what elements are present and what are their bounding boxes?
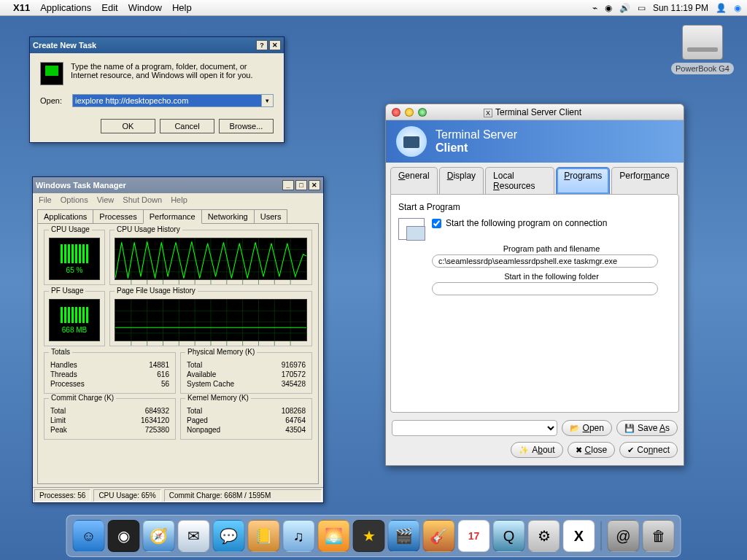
run-icon — [40, 62, 63, 85]
minimize-traffic-light[interactable] — [405, 108, 414, 117]
dock-safari[interactable]: 🧭 — [143, 520, 175, 552]
dock-x11[interactable]: X — [563, 520, 595, 552]
menu-window[interactable]: Window — [128, 2, 162, 13]
status-cpu: CPU Usage: 65% — [93, 489, 160, 502]
dock-garageband[interactable]: 🎸 — [423, 520, 455, 552]
terminal-server-client-window: XTerminal Server Client Terminal Server … — [385, 104, 684, 466]
program-path-input[interactable] — [432, 254, 658, 268]
taskmgr-titlebar[interactable]: Windows Task Manager _ □ ✕ — [33, 177, 323, 193]
taskmgr-menu: File Options View Shut Down Help — [33, 193, 323, 206]
create-task-titlebar[interactable]: Create New Task ? ✕ — [30, 37, 284, 53]
user-icon[interactable]: 👤 — [716, 3, 727, 13]
dock-addressbook[interactable]: 📒 — [248, 520, 280, 552]
dock-quicktime[interactable]: Q — [493, 520, 525, 552]
start-folder-input[interactable] — [432, 282, 658, 295]
volume-icon[interactable]: 🔊 — [619, 3, 630, 13]
dock-imovie[interactable]: ★ — [353, 520, 385, 552]
dock-iphoto[interactable]: 🌅 — [318, 520, 350, 552]
app-menu[interactable]: X11 — [13, 2, 30, 13]
browse-button[interactable]: Browse... — [219, 119, 274, 133]
profile-select[interactable] — [392, 420, 557, 436]
tab-networking[interactable]: Networking — [201, 209, 255, 223]
run-description: Type the name of a program, folder, docu… — [71, 62, 274, 85]
dock-ichat[interactable]: 💬 — [213, 520, 245, 552]
ts-titlebar[interactable]: XTerminal Server Client — [386, 104, 684, 120]
ts-tabs: General Display Local Resources Programs… — [386, 163, 684, 194]
cpu-history: CPU Usage History — [109, 230, 312, 285]
dock-separator — [601, 521, 602, 551]
close-button[interactable]: ✖Close — [568, 442, 616, 458]
dock-sherlock[interactable]: @ — [608, 520, 640, 552]
open-label: Open: — [40, 96, 66, 105]
menu-help[interactable]: Help — [172, 2, 192, 13]
folder-label: Start in the following folder — [432, 272, 671, 281]
open-input[interactable] — [72, 94, 262, 107]
maximize-button[interactable]: □ — [295, 180, 307, 190]
cpu-value: 65 % — [66, 266, 83, 274]
cancel-button[interactable]: Cancel — [160, 119, 214, 133]
window-title: Create New Task — [33, 41, 96, 50]
taskmgr-statusbar: Processes: 56 CPU Usage: 65% Commit Char… — [33, 487, 323, 503]
folder-open-icon: 📂 — [570, 424, 580, 433]
window-title: Windows Task Manager — [36, 181, 126, 190]
tab-programs[interactable]: Programs — [556, 167, 610, 194]
harddrive-icon — [682, 25, 723, 60]
programs-panel: Start a Program Start the following prog… — [390, 194, 679, 413]
wifi-icon[interactable]: ◉ — [605, 3, 612, 13]
drive-label: PowerBook G4 — [671, 63, 734, 74]
close-icon: ✖ — [576, 446, 582, 455]
check-icon: ✔ — [627, 446, 634, 455]
dock-ical[interactable]: 17 — [458, 520, 490, 552]
dock-idvd[interactable]: 🎬 — [388, 520, 420, 552]
kernel-box: Kernel Memory (K) Total108268 Paged64764… — [180, 398, 312, 440]
tab-local-resources[interactable]: Local Resources — [485, 167, 554, 194]
close-button[interactable]: ✕ — [309, 180, 320, 190]
menu-applications[interactable]: Applications — [40, 2, 91, 13]
tab-display[interactable]: Display — [439, 167, 484, 194]
tab-processes[interactable]: Processes — [93, 209, 143, 223]
dock-dashboard[interactable]: ◉ — [108, 520, 140, 552]
dock-finder[interactable]: ☺ — [73, 520, 105, 552]
bluetooth-icon[interactable]: ⌁ — [592, 3, 597, 13]
tab-general[interactable]: General — [390, 167, 438, 194]
spotlight-icon[interactable]: ◉ — [734, 3, 741, 13]
tab-applications[interactable]: Applications — [37, 209, 93, 223]
desktop-drive-icon[interactable]: PowerBook G4 — [671, 22, 734, 74]
commit-box: Commit Charge (K) Total684932 Limit16341… — [44, 398, 176, 440]
zoom-traffic-light[interactable] — [418, 108, 427, 117]
start-program-checkbox[interactable] — [432, 219, 441, 228]
save-as-button[interactable]: 💾Save As — [616, 420, 678, 436]
physmem-box: Physical Memory (K) Total916976 Availabl… — [180, 352, 312, 394]
clock[interactable]: Sun 11:19 PM — [653, 3, 708, 13]
close-button[interactable]: ✕ — [269, 40, 281, 50]
dock-sysprefs[interactable]: ⚙ — [528, 520, 560, 552]
menu-file[interactable]: File — [39, 195, 52, 204]
performance-panel: CPU Usage 65 % CPU Usage History — [37, 223, 319, 484]
about-button[interactable]: ✨About — [511, 442, 562, 458]
close-traffic-light[interactable] — [392, 108, 400, 117]
create-task-window: Create New Task ? ✕ Type the name of a p… — [29, 36, 285, 143]
tab-users[interactable]: Users — [254, 209, 288, 223]
connect-button[interactable]: ✔Connect — [619, 442, 678, 458]
menu-shutdown[interactable]: Shut Down — [123, 195, 162, 204]
x-icon: X — [484, 109, 492, 117]
section-title: Start a Program — [398, 202, 671, 212]
menu-edit[interactable]: Edit — [101, 2, 117, 13]
dock-trash[interactable]: 🗑 — [643, 520, 675, 552]
task-manager-window: Windows Task Manager _ □ ✕ File Options … — [32, 176, 324, 503]
ok-button[interactable]: OK — [101, 119, 155, 133]
tab-performance[interactable]: Performance — [143, 209, 202, 224]
dock-mail[interactable]: ✉ — [178, 520, 210, 552]
tab-performance[interactable]: Performance — [611, 167, 678, 194]
menu-options[interactable]: Options — [61, 195, 88, 204]
battery-icon[interactable]: ▭ — [638, 3, 646, 13]
open-button[interactable]: 📂Open — [562, 420, 612, 436]
help-button[interactable]: ? — [256, 40, 268, 50]
dock-itunes[interactable]: ♫ — [283, 520, 315, 552]
minimize-button[interactable]: _ — [282, 180, 294, 190]
totals-box: Totals Handles14881 Threads616 Processes… — [44, 352, 176, 394]
pf-usage-gauge: PF Usage 668 MB — [44, 291, 105, 346]
open-dropdown-button[interactable]: ▾ — [262, 94, 274, 107]
menu-view[interactable]: View — [97, 195, 115, 204]
menu-help[interactable]: Help — [171, 195, 187, 204]
